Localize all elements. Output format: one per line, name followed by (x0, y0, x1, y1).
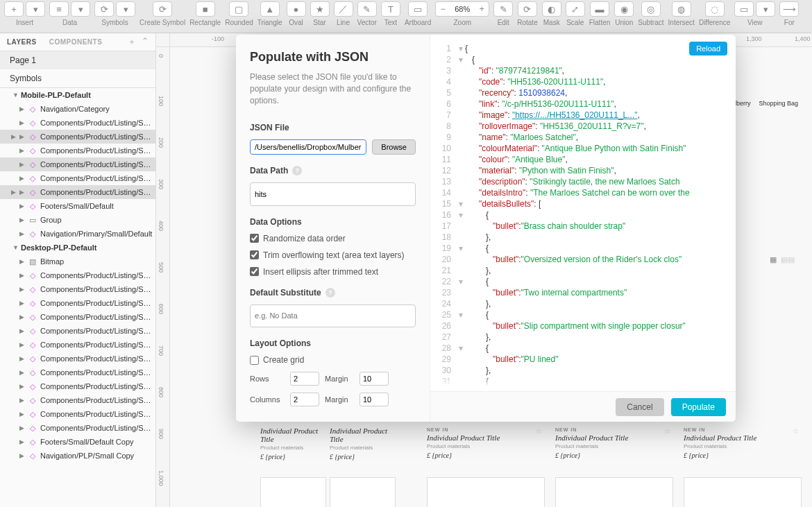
zoom-in-button[interactable]: + (475, 4, 489, 14)
layer-row[interactable]: ▶◇Components/Product/Listing/Small C… (0, 393, 155, 407)
data-button[interactable]: ≡ (49, 1, 69, 17)
trim-checkbox[interactable]: Trim overflowing text (area text layers) (250, 250, 416, 260)
favorite-icon[interactable]: ☆ (793, 427, 799, 435)
view-button[interactable]: ▾ (756, 1, 775, 17)
rotate-button[interactable]: ⟳ (518, 1, 537, 17)
reload-button[interactable]: Reload (689, 42, 727, 55)
layer-row[interactable]: ▶◇Components/Product/Listing/Small C… (0, 157, 155, 171)
randomize-checkbox[interactable]: Randomize data order (250, 234, 416, 243)
layer-row[interactable]: ▶◇Components/Product/Listing/Small (0, 421, 155, 435)
layer-row[interactable]: ▶◇Components/Product/Listing/Small C… (0, 379, 155, 393)
product-card-desktop: NEW IN☆ Individual Product Title Product… (555, 427, 673, 459)
ellipsis-checkbox[interactable]: Insert ellipsis after trimmed text (250, 267, 416, 277)
view-button[interactable]: ▭ (734, 1, 754, 17)
data-path-input[interactable] (250, 182, 416, 205)
favorite-icon[interactable]: ☆ (536, 427, 542, 435)
layer-row[interactable]: ▶◇Navigation/Category (0, 102, 155, 116)
layer-row[interactable]: ▶▧Bitmap (0, 255, 155, 268)
data-button[interactable]: ▾ (71, 1, 90, 17)
create-symbol-button[interactable]: ⟳ (153, 1, 172, 17)
layer-row[interactable]: ▶◇Navigation/PLP/Small Copy (0, 449, 155, 463)
artboard-frame (427, 477, 545, 507)
layer-type-icon: ◇ (28, 285, 37, 294)
difference-button[interactable]: ◌ (705, 1, 725, 17)
layer-row[interactable]: ▶◇Components/Product/Listing/Small C… (0, 407, 155, 421)
intersect-button[interactable]: ◍ (672, 1, 691, 17)
mask-button[interactable]: ◐ (542, 1, 561, 17)
layer-type-icon: ◇ (28, 410, 37, 419)
layer-row[interactable]: ▶◇Components/Product/Listing/Small C… (0, 310, 155, 324)
default-substitute-input[interactable] (250, 304, 416, 327)
layer-row[interactable]: ▶◇Components/Product/Listing/Small C… (0, 324, 155, 338)
json-file-label: JSON File (250, 123, 416, 132)
layer-row[interactable]: ▶◇Components/Product/Listing/Small C… (0, 116, 155, 130)
layer-row[interactable]: ▶◇Navigation/Primary/Small/Default (0, 227, 155, 241)
layer-type-icon: ◇ (28, 105, 37, 114)
line-button[interactable]: ／ (334, 1, 353, 17)
insert-button[interactable]: + (4, 1, 24, 17)
cancel-button[interactable]: Cancel (616, 398, 663, 416)
subtract-button[interactable]: ◎ (641, 1, 661, 17)
tab-components[interactable]: COMPONENTS (49, 38, 103, 46)
scale-button[interactable]: ⤢ (566, 1, 585, 17)
rectangle-button[interactable]: ■ (196, 1, 215, 17)
layer-row[interactable]: ▶◇Components/Product/Listing/Small C… (0, 282, 155, 296)
page-item[interactable]: Page 1 (0, 51, 155, 69)
layer-row[interactable]: ▶◇Footers/Small/Default (0, 199, 155, 213)
product-card-mobile: Individual Product Title Product materia… (260, 425, 323, 461)
layer-row[interactable]: ▶▶◇Components/Product/Listing/Small C… (0, 130, 155, 144)
favorite-icon[interactable]: ☆ (664, 427, 670, 435)
browse-button[interactable]: Browse (372, 139, 416, 155)
list-icon[interactable]: ▤▤ (781, 255, 795, 264)
data-path-label: Data Path? (250, 166, 416, 175)
help-icon[interactable]: ? (325, 288, 335, 298)
symbols-button[interactable]: ▾ (116, 1, 135, 17)
oval-button[interactable]: ● (287, 1, 306, 17)
add-page-icon[interactable]: ＋ (128, 36, 136, 48)
layer-row[interactable]: ▶▶◇Components/Product/Listing/Small (0, 185, 155, 199)
layer-row[interactable]: ▶◇Components/Product/Listing/Small C… (0, 144, 155, 157)
symbols-button[interactable]: ⟳ (94, 1, 114, 17)
layer-row[interactable]: ▶◇Components/Product/Listing/Small C… (0, 352, 155, 366)
triangle-button[interactable]: ▲ (260, 1, 280, 17)
columns-input[interactable] (290, 393, 319, 406)
artboard-row[interactable]: ▼Desktop-PLP-Default (0, 241, 155, 255)
grid-icon[interactable]: ▦ (770, 255, 777, 264)
layer-row[interactable]: ▶◇Footers/Small/Default Copy (0, 435, 155, 449)
artboard-button[interactable]: ▭ (408, 1, 428, 17)
columns-margin-input[interactable] (360, 393, 389, 406)
text-button[interactable]: T (381, 1, 400, 17)
rows-input[interactable] (290, 372, 319, 386)
layer-row[interactable]: ▶◇Components/Product/Listing/Small C… (0, 338, 155, 352)
collapse-icon[interactable]: ⌃ (142, 36, 149, 48)
edit-button[interactable]: ✎ (493, 1, 513, 17)
union-button[interactable]: ◉ (614, 1, 634, 17)
layer-row[interactable]: ▶▭Group (0, 213, 155, 227)
layer-row[interactable]: ▶◇Components/Product/Listing/Small C… (0, 366, 155, 379)
help-icon[interactable]: ? (292, 166, 302, 175)
page-item[interactable]: Symbols (0, 69, 155, 87)
star-button[interactable]: ★ (310, 1, 330, 17)
rows-margin-input[interactable] (360, 372, 389, 386)
for-button[interactable]: ⟶ (779, 1, 799, 17)
tab-layers[interactable]: LAYERS (7, 38, 37, 46)
layer-type-icon: ◇ (28, 119, 37, 128)
insert-button[interactable]: ▾ (26, 1, 45, 17)
layer-type-icon: ▭ (28, 216, 37, 225)
layer-type-icon: ◇ (28, 452, 37, 461)
vector-button[interactable]: ✎ (357, 1, 377, 17)
populate-button[interactable]: Populate (671, 398, 726, 416)
artboard-row[interactable]: ▼Mobile-PLP-Default (0, 88, 155, 102)
rounded-button[interactable]: ▢ (229, 1, 248, 17)
create-grid-checkbox[interactable]: Create grid (250, 355, 416, 365)
layer-type-icon: ◇ (28, 313, 37, 322)
zoom-out-button[interactable]: − (436, 4, 450, 14)
layer-row[interactable]: ▶◇Components/Product/Listing/Small C… (0, 171, 155, 185)
grid-view-toggle: ▦ ▤▤ (770, 255, 795, 264)
layer-row[interactable]: ▶◇Components/Product/Listing/Small C… (0, 268, 155, 282)
data-options-label: Data Options (250, 217, 416, 227)
layer-row[interactable]: ▶◇Components/Product/Listing/Small C… (0, 296, 155, 310)
json-file-input[interactable] (250, 139, 366, 155)
flatten-button[interactable]: ▬ (590, 1, 609, 17)
layer-type-icon: ◇ (28, 382, 37, 391)
